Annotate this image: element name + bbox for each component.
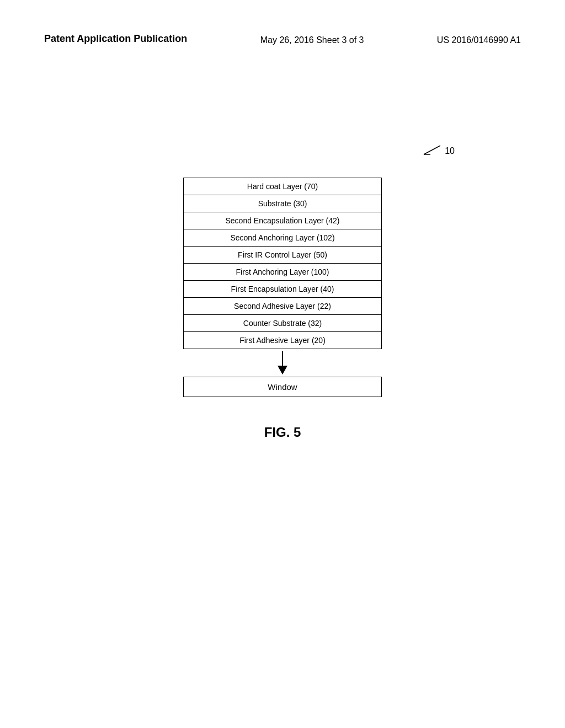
- header-left: Patent Application Publication: [44, 33, 187, 45]
- svg-marker-3: [278, 366, 287, 374]
- layer-row: First Adhesive Layer (20): [184, 332, 381, 349]
- window-box: Window: [183, 377, 382, 397]
- layer-row: Second Anchoring Layer (102): [184, 229, 381, 247]
- svg-line-0: [424, 146, 440, 154]
- window-label: Window: [268, 382, 297, 392]
- layer-row: First IR Control Layer (50): [184, 247, 381, 264]
- figure-label: FIG. 5: [44, 425, 521, 440]
- layer-row: First Anchoring Layer (100): [184, 264, 381, 281]
- reference-arrow-icon: [423, 144, 443, 158]
- arrow-down-icon: [274, 349, 291, 377]
- layer-row: First Encapsulation Layer (40): [184, 281, 381, 298]
- layer-row: Second Encapsulation Layer (42): [184, 212, 381, 229]
- header: Patent Application Publication May 26, 2…: [44, 33, 521, 45]
- page: Patent Application Publication May 26, 2…: [0, 0, 565, 728]
- layer-row: Counter Substrate (32): [184, 315, 381, 332]
- header-right: US 2016/0146990 A1: [437, 33, 521, 45]
- diagram-container: 10 Hard coat Layer (70)Substrate (30)Sec…: [44, 178, 521, 397]
- layer-row: Second Adhesive Layer (22): [184, 298, 381, 315]
- layer-row: Substrate (30): [184, 195, 381, 212]
- layers-box: Hard coat Layer (70)Substrate (30)Second…: [183, 178, 382, 349]
- header-center: May 26, 2016 Sheet 3 of 3: [260, 33, 364, 45]
- layer-row: Hard coat Layer (70): [184, 178, 381, 195]
- reference-number: 10: [445, 146, 455, 156]
- reference-label: 10: [423, 144, 455, 158]
